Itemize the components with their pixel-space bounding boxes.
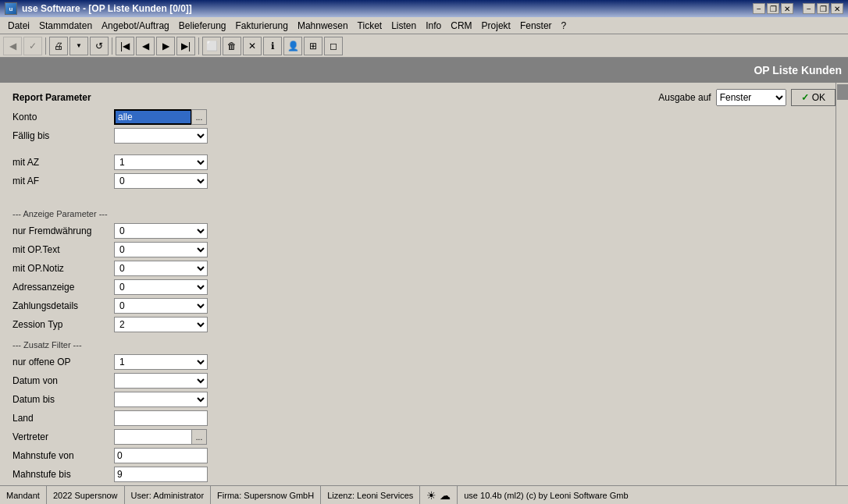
mit-af-row: mit AF 0 1 <box>12 173 836 189</box>
toolbar-last[interactable]: ▶| <box>176 37 195 55</box>
ok-check-icon: ✓ <box>801 92 809 103</box>
mit-az-row: mit AZ 1 0 <box>12 154 836 170</box>
vertreter-input[interactable] <box>114 429 192 445</box>
menu-info[interactable]: Info <box>421 19 446 33</box>
inner-close-button[interactable]: ✕ <box>781 3 793 14</box>
anzeige-separator: --- Anzeige Parameter --- <box>12 209 836 218</box>
faellig-bis-select[interactable] <box>114 128 208 144</box>
toolbar-print[interactable]: 🖨 <box>49 37 68 55</box>
titlebar-left: u use Software - [OP Liste Kunden [0/0]] <box>5 2 192 15</box>
nur-offene-op-select[interactable]: 0 1 <box>114 354 208 370</box>
mit-op-notiz-select[interactable]: 0 1 <box>114 261 208 276</box>
menu-help[interactable]: ? <box>557 19 572 33</box>
menu-fakturierung[interactable]: Fakturierung <box>231 19 293 33</box>
toolbar-btn-2[interactable]: ✓ <box>23 37 42 55</box>
vertreter-row: Vertreter ... <box>12 429 836 445</box>
toolbar-grid[interactable]: ⊞ <box>304 37 322 55</box>
faellig-bis-row: Fällig bis <box>12 128 836 144</box>
mit-az-label: mit AZ <box>12 157 114 168</box>
toolbar-cancel[interactable]: ✕ <box>243 37 262 55</box>
datum-von-label: Datum von <box>12 375 114 386</box>
faellig-bis-label: Fällig bis <box>12 130 114 141</box>
datum-bis-label: Datum bis <box>12 394 114 405</box>
minimize-button[interactable]: − <box>803 3 815 14</box>
toolbar-next[interactable]: ▶ <box>156 37 175 55</box>
toolbar-refresh[interactable]: ↺ <box>90 37 109 55</box>
toolbar-prev[interactable]: ◀ <box>136 37 155 55</box>
adressanzeige-label: Adressanzeige <box>12 282 114 293</box>
land-row: Land <box>12 410 836 426</box>
firma-info: Firma: Supersnow GmbH <box>211 486 321 504</box>
menu-datei[interactable]: Datei <box>3 19 34 33</box>
vertreter-browse-button[interactable]: ... <box>191 429 207 445</box>
sun-icon: ☀ <box>426 489 436 502</box>
datum-bis-select[interactable] <box>114 392 208 407</box>
datum-von-select[interactable] <box>114 373 208 389</box>
mahnstufe-bis-row: Mahnstufe bis <box>12 467 836 482</box>
cloud-icon: ☁ <box>440 489 451 502</box>
nur-fremdwaehrung-row: nur Fremdwährung 0 1 <box>12 223 836 239</box>
menubar: Datei Stammdaten Angebot/Auftrag Beliefe… <box>0 17 848 34</box>
toolbar-info[interactable]: ℹ <box>263 37 282 55</box>
toolbar-dropdown[interactable]: ▼ <box>69 37 88 55</box>
zession-typ-label: Zession Typ <box>12 319 114 330</box>
scrollbar[interactable] <box>836 83 848 485</box>
konto-input-group: ... <box>114 109 207 125</box>
toolbar-user[interactable]: 👤 <box>283 37 302 55</box>
nur-offene-op-label: nur offene OP <box>12 357 114 367</box>
mahnstufe-von-row: Mahnstufe von <box>12 448 836 463</box>
toolbar-btn-1[interactable]: ◀ <box>3 37 22 55</box>
toolbar: ◀ ✓ 🖨 ▼ ↺ |◀ ◀ ▶ ▶| ⬜ 🗑 ✕ ℹ 👤 ⊞ ◻ <box>0 34 848 58</box>
konto-label: Konto <box>12 112 114 122</box>
menu-fenster[interactable]: Fenster <box>515 19 557 33</box>
menu-mahnwesen[interactable]: Mahnwesen <box>293 19 353 33</box>
land-input[interactable] <box>114 410 208 426</box>
vertreter-input-group: ... <box>114 429 207 445</box>
mit-az-select[interactable]: 1 0 <box>114 154 208 170</box>
menu-listen[interactable]: Listen <box>387 19 421 33</box>
mit-op-notiz-row: mit OP.Notiz 0 1 <box>12 261 836 276</box>
mandant-value: 2022 Supersnow <box>47 486 125 504</box>
toolbar-new[interactable]: ⬜ <box>202 37 221 55</box>
ausgabe-auf-select[interactable]: Fenster Drucker PDF <box>716 89 786 106</box>
restore-button[interactable]: ❐ <box>817 3 829 14</box>
main-content: Ausgabe auf Fenster Drucker PDF ✓ OK Rep… <box>0 83 848 485</box>
menu-belieferung[interactable]: Belieferung <box>174 19 231 33</box>
menu-projekt[interactable]: Projekt <box>477 19 515 33</box>
datum-bis-row: Datum bis <box>12 392 836 407</box>
ok-button[interactable]: ✓ OK <box>791 89 836 106</box>
inner-minimize-button[interactable]: − <box>753 3 765 14</box>
mahnstufe-bis-input[interactable] <box>114 467 208 482</box>
konto-input[interactable] <box>114 109 192 125</box>
inner-restore-button[interactable]: ❐ <box>767 3 779 14</box>
scrollbar-thumb[interactable] <box>837 84 848 100</box>
zahlungsdetails-select[interactable]: 0 1 <box>114 298 208 314</box>
menu-ticket[interactable]: Ticket <box>353 19 387 33</box>
version-info: use 10.4b (ml2) (c) by Leoni Software Gm… <box>458 486 848 504</box>
toolbar-first[interactable]: |◀ <box>116 37 134 55</box>
titlebar: u use Software - [OP Liste Kunden [0/0]]… <box>0 0 848 17</box>
konto-browse-button[interactable]: ... <box>191 109 207 125</box>
zession-typ-select[interactable]: 0 1 2 <box>114 317 208 332</box>
menu-crm[interactable]: CRM <box>446 19 476 33</box>
mahnstufe-bis-label: Mahnstufe bis <box>12 469 114 480</box>
app-icon: u <box>5 2 17 15</box>
menu-stammdaten[interactable]: Stammdaten <box>34 19 97 33</box>
mit-af-select[interactable]: 0 1 <box>114 173 208 189</box>
nur-fremdwaehrung-select[interactable]: 0 1 <box>114 223 208 239</box>
toolbar-delete[interactable]: 🗑 <box>223 37 241 55</box>
header-area: OP Liste Kunden <box>0 58 848 83</box>
close-button[interactable]: ✕ <box>831 3 843 14</box>
adressanzeige-row: Adressanzeige 0 1 <box>12 279 836 295</box>
adressanzeige-select[interactable]: 0 1 <box>114 279 208 295</box>
mit-op-text-row: mit OP.Text 0 1 <box>12 242 836 257</box>
datum-von-row: Datum von <box>12 373 836 389</box>
toolbar-window[interactable]: ◻ <box>324 37 343 55</box>
user-info: User: Administrator <box>125 486 212 504</box>
zession-typ-row: Zession Typ 0 1 2 <box>12 317 836 332</box>
menu-angebot-auftrag[interactable]: Angebot/Auftrag <box>97 19 174 33</box>
zahlungsdetails-row: Zahlungsdetails 0 1 <box>12 298 836 314</box>
mit-op-text-select[interactable]: 0 1 <box>114 242 208 257</box>
mandant-label: Mandant <box>0 486 47 504</box>
mahnstufe-von-input[interactable] <box>114 448 208 463</box>
